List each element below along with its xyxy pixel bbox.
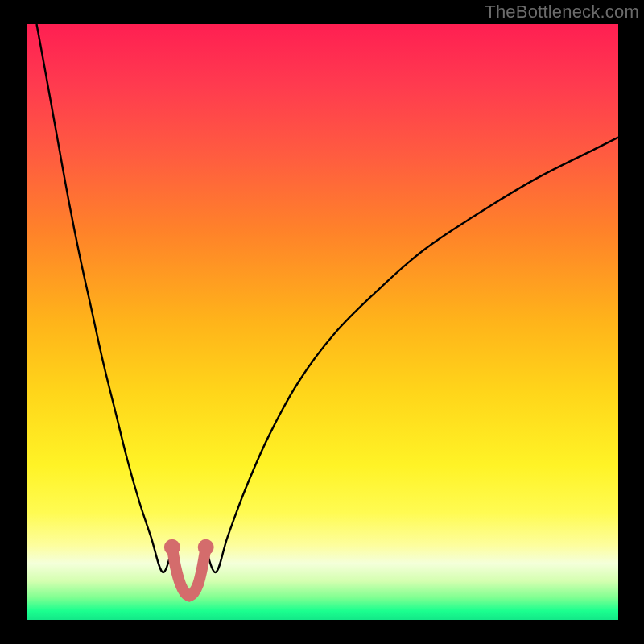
- watermark-text: TheBottleneck.com: [485, 2, 639, 23]
- curve-layer: [27, 24, 618, 620]
- series-curve-right: [206, 138, 618, 572]
- stage: TheBottleneck.com: [0, 0, 644, 644]
- series-curve-left: [36, 24, 171, 572]
- plot-area: [27, 24, 618, 620]
- series-dot-dot-right: [198, 539, 214, 555]
- series-dot-dot-left: [164, 539, 180, 555]
